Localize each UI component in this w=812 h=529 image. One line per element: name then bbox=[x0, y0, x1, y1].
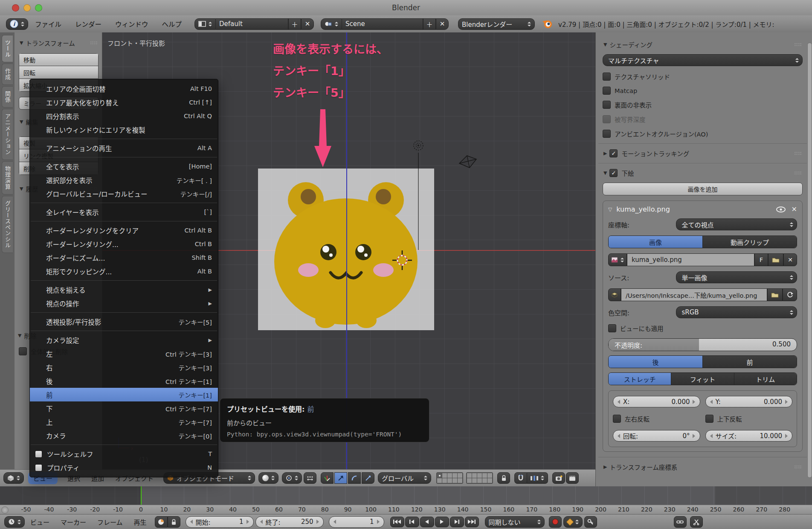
panel-scrollbar[interactable] bbox=[807, 43, 812, 478]
layer-cell[interactable] bbox=[487, 478, 492, 483]
layer-group-2[interactable] bbox=[466, 472, 493, 484]
view-menu-item[interactable]: 前テンキー[1] bbox=[30, 388, 218, 401]
view-menu-item[interactable]: カメラテンキー[0] bbox=[30, 429, 218, 442]
background-images-checkbox[interactable]: ✓ bbox=[609, 169, 618, 177]
axis-dropdown[interactable]: 全ての視点 bbox=[676, 218, 797, 230]
opacity-slider[interactable]: 不透明度: 0.500 bbox=[608, 338, 797, 351]
scene-browse-button[interactable] bbox=[321, 18, 342, 30]
sidebar-tab-5[interactable]: 物理演算 bbox=[2, 161, 13, 195]
layer-cell[interactable] bbox=[482, 478, 487, 483]
manipulator-scale-toggle[interactable] bbox=[362, 472, 374, 484]
delete-layout-button[interactable]: ✕ bbox=[301, 18, 314, 30]
view-menu-item[interactable]: 右テンキー[3] bbox=[30, 360, 218, 374]
panel-header-motion-tracking[interactable]: ▶ ✓ モーショントラッキング bbox=[603, 149, 802, 158]
browse-file-button[interactable] bbox=[767, 288, 783, 301]
camera-object-icon[interactable] bbox=[458, 153, 478, 170]
timeline-band[interactable]: -50-40-30-20-100102030405060708090100110… bbox=[0, 486, 812, 514]
rotation-field[interactable]: 回転: 0° bbox=[613, 430, 700, 442]
toggle-front[interactable]: 前 bbox=[702, 356, 797, 368]
next-keyframe-button[interactable] bbox=[450, 517, 464, 527]
toggle-image[interactable]: 画像 bbox=[609, 236, 702, 248]
editor-type-button[interactable]: i bbox=[6, 18, 28, 30]
toggle-fit[interactable]: フィット bbox=[671, 373, 734, 385]
layer-cell[interactable] bbox=[442, 473, 447, 478]
frame-start-field[interactable]: 開始: 1 bbox=[186, 516, 254, 528]
view-menu-item[interactable]: 新しいウィンドウにエリアを複製 bbox=[30, 123, 218, 137]
layer-cell[interactable] bbox=[452, 478, 457, 483]
snap-element-dropdown[interactable] bbox=[527, 472, 548, 484]
editor-type-button[interactable] bbox=[3, 472, 24, 484]
preview-range-toggle[interactable] bbox=[155, 516, 168, 528]
layer-cell[interactable] bbox=[437, 478, 442, 483]
remove-image-icon[interactable]: ✕ bbox=[792, 205, 797, 213]
expand-triangle-icon[interactable]: ▽ bbox=[608, 206, 612, 212]
jump-to-start-button[interactable] bbox=[390, 517, 404, 527]
cut-button[interactable] bbox=[690, 516, 703, 528]
view-menu-item[interactable]: 視点を揃える▶ bbox=[30, 283, 218, 296]
view-menu-item[interactable]: プロパティN bbox=[30, 461, 218, 474]
keying-set-dropdown[interactable] bbox=[563, 516, 583, 528]
layer-cell[interactable] bbox=[447, 478, 452, 483]
menu-playback[interactable]: 再生 bbox=[134, 517, 147, 526]
screen-layout-name-field[interactable]: Default bbox=[216, 18, 288, 30]
checkbox[interactable] bbox=[603, 130, 611, 138]
playhead-marker[interactable] bbox=[141, 486, 142, 505]
view-menu-item[interactable]: 全レイヤーを表示[`] bbox=[30, 205, 218, 219]
offset-x-field[interactable]: X: 0.000 bbox=[613, 396, 700, 407]
frame-end-field[interactable]: 終了: 250 bbox=[255, 516, 324, 528]
menu-help[interactable]: ヘルプ bbox=[162, 19, 182, 29]
editor-type-button[interactable] bbox=[4, 516, 25, 528]
lamp-object-icon[interactable] bbox=[411, 138, 426, 153]
view-menu-item[interactable]: 四分割表示Ctrl Alt Q bbox=[30, 109, 218, 123]
checkbox[interactable] bbox=[603, 115, 611, 123]
layer-cell[interactable] bbox=[437, 473, 442, 478]
driver-link-button[interactable] bbox=[674, 516, 687, 528]
layer-group-1[interactable] bbox=[436, 472, 463, 484]
layer-cell[interactable] bbox=[487, 473, 492, 478]
image-name-field[interactable]: kuma_yello.png bbox=[627, 253, 754, 266]
panel-header-shading[interactable]: ▼ シェーディング bbox=[603, 40, 802, 49]
manipulator-translate-toggle[interactable] bbox=[334, 472, 347, 484]
layer-cell[interactable] bbox=[477, 478, 482, 483]
view-menu-item[interactable]: カメラ設定▶ bbox=[30, 333, 218, 347]
lock-time-toggle[interactable] bbox=[168, 516, 180, 528]
delete-scene-button[interactable]: ✕ bbox=[436, 18, 449, 30]
flip-vertical-checkbox[interactable] bbox=[705, 415, 713, 423]
view-menu-item[interactable]: アニメーションの再生Alt A bbox=[30, 141, 218, 155]
auto-keyframe-record-button[interactable] bbox=[549, 516, 562, 528]
play-button[interactable] bbox=[435, 517, 449, 527]
layer-cell[interactable] bbox=[442, 478, 447, 483]
view-menu-item[interactable]: 左Ctrl テンキー[3] bbox=[30, 347, 218, 360]
manipulator-rotate-toggle[interactable] bbox=[348, 472, 361, 484]
menu-frame[interactable]: フレーム bbox=[97, 517, 123, 526]
layer-cell[interactable] bbox=[458, 473, 462, 478]
view-menu-item[interactable]: 矩形でクリッピング...Alt B bbox=[30, 264, 218, 278]
sidebar-tab-6[interactable]: グリースペンシル bbox=[2, 196, 13, 253]
timeline-ruler[interactable]: -50-40-30-20-100102030405060708090100110… bbox=[0, 505, 812, 514]
viewport-shading-dropdown[interactable] bbox=[258, 472, 278, 484]
image-datablock-browse-button[interactable] bbox=[608, 253, 627, 266]
view-menu-item[interactable]: 全てを表示[Home] bbox=[30, 160, 218, 173]
menu-file[interactable]: ファイル bbox=[35, 19, 61, 29]
view-menu-item[interactable]: 下Ctrl テンキー[7] bbox=[30, 401, 218, 415]
view-menu-item[interactable]: 選択部分を表示テンキー[ . ] bbox=[30, 173, 218, 187]
layer-cell[interactable] bbox=[458, 478, 462, 483]
translate-button[interactable]: 移動 bbox=[19, 53, 99, 66]
insert-keyframe-button[interactable] bbox=[584, 516, 597, 528]
view-menu-item[interactable]: 透視投影/平行投影テンキー[5] bbox=[30, 315, 218, 328]
checkbox[interactable] bbox=[603, 73, 611, 81]
shading-mode-dropdown[interactable]: マルチテクスチャ bbox=[603, 54, 803, 66]
view-menu-item[interactable]: グローバルビュー/ローカルビューテンキー[/] bbox=[30, 187, 218, 201]
toggle-crop[interactable]: トリム bbox=[734, 373, 797, 385]
previous-keyframe-button[interactable] bbox=[405, 517, 419, 527]
transform-orientation-dropdown[interactable]: グローバル bbox=[378, 472, 431, 484]
add-scene-button[interactable]: ＋ bbox=[423, 18, 436, 30]
layer-cell[interactable] bbox=[477, 473, 482, 478]
view-menu-item[interactable]: 視点の操作▶ bbox=[30, 296, 218, 310]
flip-horizontal-checkbox[interactable] bbox=[613, 415, 621, 423]
rotate-button[interactable]: 回転 bbox=[19, 66, 99, 79]
filepath-field[interactable]: /Users/non/Inkscape...下絵/kuma_yello.png bbox=[621, 288, 767, 301]
sidebar-tab-1[interactable]: ツール bbox=[2, 35, 13, 62]
menu-marker[interactable]: マーカー bbox=[61, 517, 86, 526]
panel-header-transform-orientations[interactable]: ▶ トランスフォーム座標系 bbox=[603, 462, 802, 471]
